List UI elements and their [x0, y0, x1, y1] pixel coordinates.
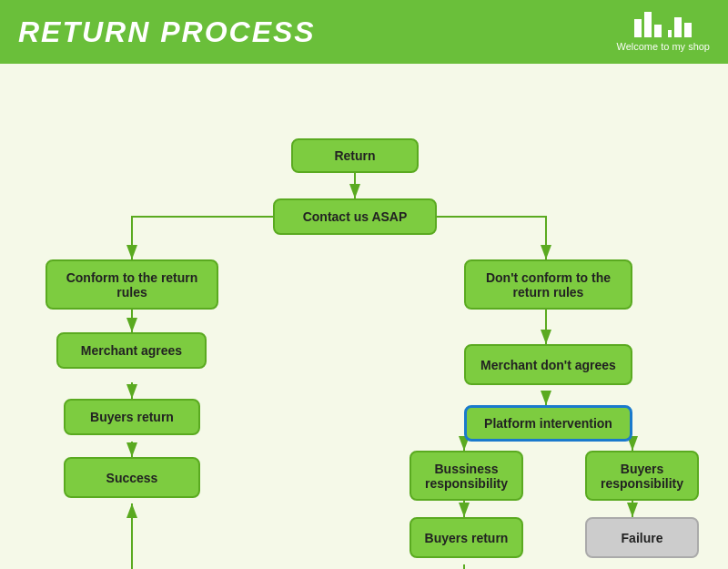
header: RETURN PROCESS Welcome to my shop [0, 0, 728, 64]
platform-node: Platform intervention [464, 405, 632, 442]
header-right: Welcome to my shop [616, 12, 710, 52]
buyers-return-left-node: Buyers return [64, 399, 200, 435]
contact-node: Contact us ASAP [273, 198, 437, 235]
buyers-return-right-node: Buyers return [410, 517, 523, 558]
return-node: Return [291, 138, 419, 173]
merchant-dont-node: Merchant don't agrees [464, 344, 632, 385]
merchant-agrees-node: Merchant agrees [56, 332, 207, 369]
page-title: RETURN PROCESS [18, 15, 316, 49]
success-node: Success [64, 457, 200, 498]
failure-node: Failure [585, 517, 699, 558]
dont-conform-node: Don't conform to the return rules [464, 259, 632, 310]
building-icon [634, 12, 692, 37]
buyers-resp-node: Buyers responsibility [585, 451, 699, 501]
header-tagline: Welcome to my shop [616, 41, 710, 52]
conform-node: Conform to the return rules [46, 259, 218, 310]
bussiness-resp-node: Bussiness responsibility [410, 451, 523, 501]
diagram-area: Return Contact us ASAP Conform to the re… [0, 64, 728, 569]
